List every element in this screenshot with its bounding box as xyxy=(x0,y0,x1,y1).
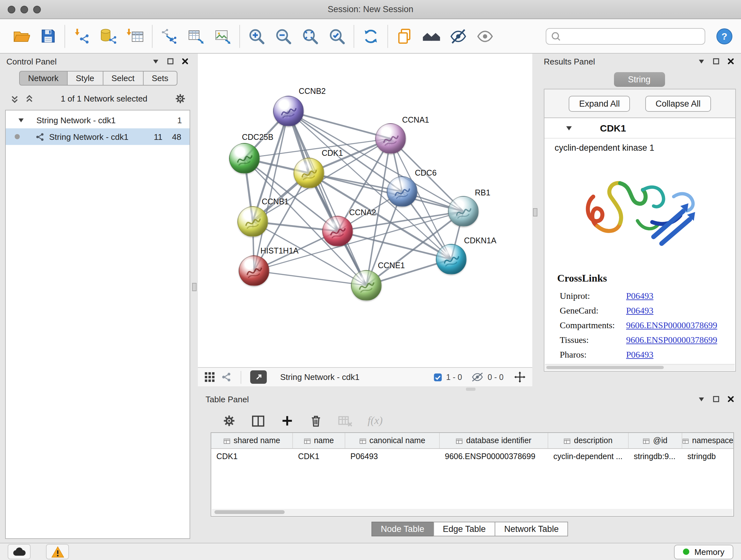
network-node-hist1h1a[interactable] xyxy=(239,255,269,286)
save-icon[interactable] xyxy=(35,22,61,50)
string-results-tab[interactable]: String xyxy=(614,72,665,87)
houses-icon[interactable] xyxy=(418,22,445,50)
zoom-fit-icon[interactable] xyxy=(297,22,324,50)
left-splitter-handle[interactable] xyxy=(192,283,197,291)
cell-canonical-name[interactable]: P06493 xyxy=(345,449,440,463)
grid-view-icon[interactable] xyxy=(204,372,215,382)
network-share-icon[interactable] xyxy=(221,372,232,382)
pan-crosshair-icon[interactable] xyxy=(514,371,526,383)
show-columns-icon[interactable] xyxy=(251,414,266,428)
apply-layout-icon[interactable] xyxy=(357,22,384,50)
cell-description[interactable]: cyclin-dependent ... xyxy=(548,449,629,463)
import-network-database-icon[interactable] xyxy=(95,22,122,50)
gene-section-expander-icon[interactable] xyxy=(565,124,573,132)
hide-details-eye-slash-icon[interactable] xyxy=(445,22,472,50)
tab-sets[interactable]: Sets xyxy=(143,71,177,85)
network-node-ccna1[interactable] xyxy=(375,123,406,154)
tab-network[interactable]: Network xyxy=(19,71,67,85)
cell-shared-name[interactable]: CDK1 xyxy=(211,449,293,463)
help-icon[interactable]: ? xyxy=(716,27,733,45)
memory-button[interactable]: Memory xyxy=(674,544,733,559)
column-header[interactable]: @id xyxy=(653,436,668,445)
collapse-all-icon[interactable] xyxy=(10,94,19,103)
network-node-rb1[interactable] xyxy=(448,196,479,227)
tab-node-table[interactable]: Node Table xyxy=(371,522,434,537)
network-node-cdk1[interactable] xyxy=(293,158,324,188)
add-column-icon[interactable] xyxy=(280,414,294,428)
collapse-all-button[interactable]: Collapse All xyxy=(645,96,711,111)
open-icon[interactable] xyxy=(8,22,35,50)
search-input[interactable] xyxy=(564,31,700,41)
network-node-ccne1[interactable] xyxy=(351,270,382,301)
tab-style[interactable]: Style xyxy=(67,71,103,85)
zoom-in-icon[interactable] xyxy=(243,22,270,50)
tab-select[interactable]: Select xyxy=(103,71,143,85)
crosslink-link[interactable]: P06493 xyxy=(626,306,654,316)
network-edge[interactable] xyxy=(288,111,366,286)
expand-all-button[interactable]: Expand All xyxy=(569,96,630,111)
cloud-status-button[interactable] xyxy=(8,544,30,559)
cell-database-identifier[interactable]: 9606.ENSP00000378699 xyxy=(440,449,548,463)
column-header[interactable]: canonical name xyxy=(369,436,425,445)
network-node-ccnb1[interactable] xyxy=(238,206,268,237)
panel-close-icon[interactable] xyxy=(727,57,735,65)
network-collection-row[interactable]: String Network - cdk1 1 xyxy=(6,111,190,128)
warnings-button[interactable] xyxy=(46,544,69,559)
horizontal-splitter-handle[interactable] xyxy=(466,388,475,391)
cell-namespace[interactable]: stringdb xyxy=(682,449,733,463)
expand-all-icon[interactable] xyxy=(25,94,34,103)
network-edge[interactable] xyxy=(254,271,366,286)
panel-menu-icon[interactable] xyxy=(697,57,705,65)
network-node-ccnb2[interactable] xyxy=(273,96,304,126)
show-details-eye-icon[interactable] xyxy=(472,22,498,50)
panel-close-icon[interactable] xyxy=(181,57,189,65)
network-view[interactable]: CCNB2CCNA1CDC25BCDK1CDC6RB1CCNB1CCNA2CDK… xyxy=(198,54,532,367)
panel-close-icon[interactable] xyxy=(727,395,735,403)
selected-checkbox-icon[interactable] xyxy=(433,373,442,381)
network-options-gear-icon[interactable] xyxy=(174,92,186,105)
tree-expander-icon[interactable] xyxy=(17,116,25,124)
network-node-ccna2[interactable] xyxy=(322,216,353,246)
panel-float-icon[interactable] xyxy=(712,395,720,403)
hidden-eye-slash-icon[interactable] xyxy=(471,372,484,382)
zoom-selected-icon[interactable] xyxy=(324,22,350,50)
network-edge[interactable] xyxy=(309,173,463,211)
tab-edge-table[interactable]: Edge Table xyxy=(433,522,495,537)
export-image-icon[interactable] xyxy=(209,22,236,50)
search-box[interactable] xyxy=(546,28,705,44)
right-splitter-handle[interactable] xyxy=(533,208,537,216)
export-table-icon[interactable] xyxy=(183,22,209,50)
cell-name[interactable]: CDK1 xyxy=(293,449,345,463)
delete-column-trash-icon[interactable] xyxy=(309,414,323,428)
crosslink-link[interactable]: P06493 xyxy=(626,350,654,360)
cell-id[interactable]: stringdb:9... xyxy=(629,449,682,463)
column-header[interactable]: namespace xyxy=(692,436,733,445)
network-node-cdkn1a[interactable] xyxy=(436,244,467,274)
import-table-icon[interactable] xyxy=(122,22,149,50)
clone-network-icon[interactable] xyxy=(156,22,183,50)
panel-menu-icon[interactable] xyxy=(697,395,705,403)
column-header[interactable]: name xyxy=(314,436,334,445)
panel-float-icon[interactable] xyxy=(712,57,720,65)
column-header[interactable]: description xyxy=(574,436,613,445)
detach-view-button[interactable] xyxy=(250,370,267,384)
column-header[interactable]: shared name xyxy=(233,436,280,445)
crosslink-link[interactable]: 9606.ENSP00000378699 xyxy=(626,335,717,345)
copy-icon[interactable] xyxy=(391,22,418,50)
table-options-gear-icon[interactable] xyxy=(222,414,236,428)
crosslink-link[interactable]: 9606.ENSP00000378699 xyxy=(626,320,717,330)
panel-menu-icon[interactable] xyxy=(152,57,159,65)
results-horizontal-scrollbar[interactable] xyxy=(545,364,735,370)
crosslink-link[interactable]: P06493 xyxy=(626,291,654,301)
network-node-cdc6[interactable] xyxy=(387,176,417,207)
table-row[interactable]: CDK1 CDK1 P06493 9606.ENSP00000378699 cy… xyxy=(211,449,733,463)
panel-float-icon[interactable] xyxy=(166,57,174,65)
tab-network-table[interactable]: Network Table xyxy=(495,522,568,537)
network-canvas[interactable]: CCNB2CCNA1CDC25BCDK1CDC6RB1CCNB1CCNA2CDK… xyxy=(198,54,532,367)
import-network-file-icon[interactable] xyxy=(68,22,95,50)
column-header[interactable]: database identifier xyxy=(466,436,531,445)
table-horizontal-scrollbar[interactable] xyxy=(212,509,733,515)
network-row[interactable]: String Network - cdk1 11 48 xyxy=(6,128,190,145)
zoom-out-icon[interactable] xyxy=(270,22,297,50)
network-node-cdc25b[interactable] xyxy=(229,143,260,174)
